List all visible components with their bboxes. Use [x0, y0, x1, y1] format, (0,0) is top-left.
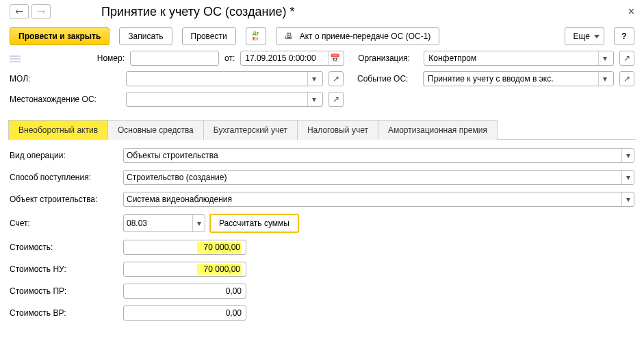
cost-nu-input[interactable]: 70 000,00	[123, 262, 246, 277]
mol-open-button[interactable]: ↗	[329, 71, 344, 86]
org-select[interactable]: ▾	[424, 51, 614, 66]
cost-vr-input[interactable]: 0,00	[123, 305, 246, 321]
object-select[interactable]: Система видеонаблюдения ▾	[123, 192, 634, 207]
recalculate-button[interactable]: Рассчитать суммы	[209, 214, 299, 233]
open-icon: ↗	[623, 74, 630, 84]
number-input[interactable]	[130, 51, 219, 66]
account-label: Счет:	[10, 218, 119, 228]
tab-os[interactable]: Основные средства	[107, 120, 204, 140]
op-type-select[interactable]: Объекты строительства ▾	[123, 148, 634, 163]
open-icon: ↗	[623, 53, 630, 63]
mol-label: МОЛ:	[10, 74, 120, 84]
method-select[interactable]: Строительство (создание) ▾	[123, 170, 634, 185]
event-label: Событие ОС:	[357, 74, 417, 84]
cost-pr-input[interactable]: 0,00	[123, 284, 246, 299]
cost-vr-label: Стоимость ВР:	[10, 308, 119, 318]
calendar-icon[interactable]: 📅	[329, 51, 341, 65]
close-icon: ×	[628, 5, 634, 17]
save-button[interactable]: Записать	[119, 27, 172, 45]
dropdown-icon[interactable]: ▾	[598, 72, 610, 86]
tab-vna[interactable]: Внеоборотный актив	[8, 120, 108, 140]
tab-bu[interactable]: Бухгалтерский учет	[203, 120, 298, 140]
event-open-button[interactable]: ↗	[619, 71, 634, 86]
post-button[interactable]: Провести	[182, 27, 236, 45]
cost-pr-label: Стоимость ПР:	[10, 286, 119, 296]
org-open-button[interactable]: ↗	[619, 51, 634, 66]
dropdown-icon[interactable]: ▾	[621, 171, 634, 184]
mol-select[interactable]: ▾	[126, 71, 323, 86]
cost-label: Стоимость:	[10, 242, 119, 252]
cost-input[interactable]: 70 000,00	[123, 240, 246, 255]
close-button[interactable]: ×	[628, 5, 634, 18]
dropdown-icon[interactable]: ▾	[621, 149, 634, 162]
tab-nu[interactable]: Налоговый учет	[297, 120, 378, 140]
object-label: Объект строительства:	[10, 195, 119, 204]
arrow-right-icon: 🡒	[37, 7, 45, 16]
list-icon	[10, 55, 21, 62]
page-title: Принятие к учету ОС (создание) *	[101, 5, 295, 19]
account-select[interactable]: 08.03 ▾	[123, 214, 205, 232]
dropdown-icon[interactable]: ▾	[307, 72, 320, 86]
open-icon: ↗	[333, 95, 339, 104]
location-label: Местонахождение ОС:	[10, 95, 120, 104]
post-and-close-button[interactable]: Провести и закрыть	[10, 27, 110, 45]
print-act-button[interactable]: Акт о приеме-передаче ОС (ОС-1)	[276, 27, 440, 45]
dropdown-icon[interactable]: ▾	[598, 51, 610, 65]
dt-kt-icon: Дт Кт	[253, 31, 259, 42]
arrow-left-icon: 🡐	[15, 7, 23, 16]
nav-forward-button[interactable]: 🡒	[31, 4, 51, 19]
event-select[interactable]: ▾	[423, 71, 614, 86]
date-input[interactable]: 📅	[240, 51, 344, 66]
from-label: от:	[224, 53, 235, 63]
number-label: Номер:	[44, 53, 125, 63]
dt-kt-button[interactable]: Дт Кт	[246, 27, 266, 45]
nav-back-button[interactable]: 🡐	[10, 4, 29, 19]
cost-nu-label: Стоимость НУ:	[10, 264, 119, 274]
location-open-button[interactable]: ↗	[329, 92, 344, 107]
method-label: Способ поступления:	[10, 173, 119, 182]
org-label: Организация:	[358, 53, 418, 63]
more-button[interactable]: Еще	[565, 27, 604, 45]
dropdown-icon[interactable]: ▾	[307, 92, 320, 106]
op-type-label: Вид операции:	[10, 151, 119, 160]
tab-bar: Внеоборотный актив Основные средства Бух…	[8, 119, 636, 140]
help-button[interactable]: ?	[614, 27, 634, 45]
dropdown-icon[interactable]: ▾	[621, 192, 634, 206]
open-icon: ↗	[333, 74, 339, 84]
dropdown-icon[interactable]: ▾	[192, 215, 205, 232]
location-select[interactable]: ▾	[126, 92, 323, 107]
print-icon	[285, 32, 296, 41]
chevron-down-icon	[594, 35, 600, 38]
tab-premium[interactable]: Амортизационная премия	[378, 120, 498, 140]
